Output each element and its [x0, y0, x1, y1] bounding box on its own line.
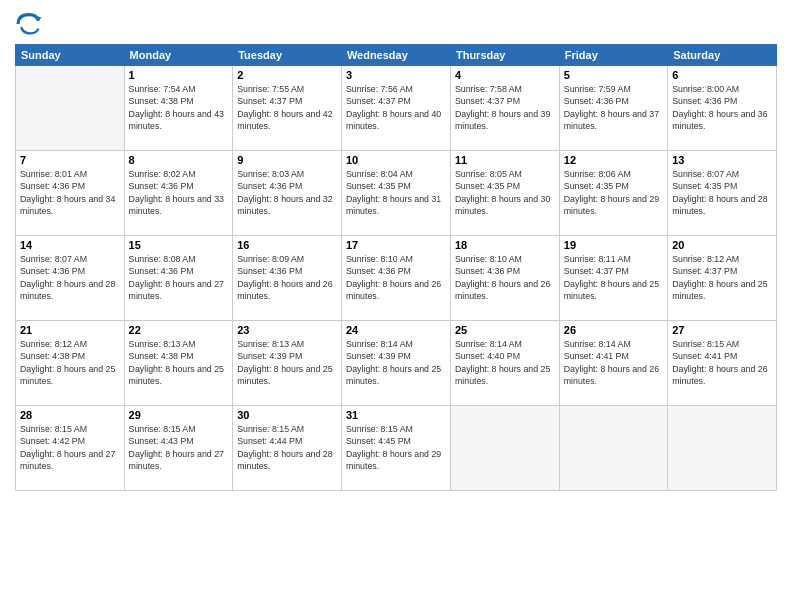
day-info: Sunrise: 7:55 AMSunset: 4:37 PMDaylight:… [237, 83, 337, 132]
logo-icon [15, 10, 43, 38]
day-cell: 19Sunrise: 8:11 AMSunset: 4:37 PMDayligh… [559, 236, 667, 321]
day-number: 19 [564, 239, 663, 251]
day-number: 1 [129, 69, 229, 81]
day-cell: 22Sunrise: 8:13 AMSunset: 4:38 PMDayligh… [124, 321, 233, 406]
day-info: Sunrise: 8:15 AMSunset: 4:41 PMDaylight:… [672, 338, 772, 387]
day-info: Sunrise: 8:15 AMSunset: 4:45 PMDaylight:… [346, 423, 446, 472]
logo [15, 10, 45, 38]
day-info: Sunrise: 8:13 AMSunset: 4:39 PMDaylight:… [237, 338, 337, 387]
day-cell: 30Sunrise: 8:15 AMSunset: 4:44 PMDayligh… [233, 406, 342, 491]
day-cell: 1Sunrise: 7:54 AMSunset: 4:38 PMDaylight… [124, 66, 233, 151]
day-number: 5 [564, 69, 663, 81]
day-cell: 8Sunrise: 8:02 AMSunset: 4:36 PMDaylight… [124, 151, 233, 236]
day-cell: 11Sunrise: 8:05 AMSunset: 4:35 PMDayligh… [450, 151, 559, 236]
day-number: 13 [672, 154, 772, 166]
day-info: Sunrise: 8:15 AMSunset: 4:44 PMDaylight:… [237, 423, 337, 472]
weekday-header-sunday: Sunday [16, 45, 125, 66]
weekday-header-tuesday: Tuesday [233, 45, 342, 66]
day-info: Sunrise: 8:07 AMSunset: 4:36 PMDaylight:… [20, 253, 120, 302]
day-cell: 20Sunrise: 8:12 AMSunset: 4:37 PMDayligh… [668, 236, 777, 321]
day-number: 11 [455, 154, 555, 166]
week-row-3: 14Sunrise: 8:07 AMSunset: 4:36 PMDayligh… [16, 236, 777, 321]
day-number: 24 [346, 324, 446, 336]
day-number: 2 [237, 69, 337, 81]
day-info: Sunrise: 8:10 AMSunset: 4:36 PMDaylight:… [346, 253, 446, 302]
day-info: Sunrise: 8:11 AMSunset: 4:37 PMDaylight:… [564, 253, 663, 302]
day-info: Sunrise: 8:14 AMSunset: 4:41 PMDaylight:… [564, 338, 663, 387]
day-info: Sunrise: 8:15 AMSunset: 4:43 PMDaylight:… [129, 423, 229, 472]
day-info: Sunrise: 8:05 AMSunset: 4:35 PMDaylight:… [455, 168, 555, 217]
day-cell: 14Sunrise: 8:07 AMSunset: 4:36 PMDayligh… [16, 236, 125, 321]
day-info: Sunrise: 8:09 AMSunset: 4:36 PMDaylight:… [237, 253, 337, 302]
day-number: 3 [346, 69, 446, 81]
day-cell: 16Sunrise: 8:09 AMSunset: 4:36 PMDayligh… [233, 236, 342, 321]
day-cell [668, 406, 777, 491]
day-number: 21 [20, 324, 120, 336]
day-cell: 25Sunrise: 8:14 AMSunset: 4:40 PMDayligh… [450, 321, 559, 406]
day-number: 23 [237, 324, 337, 336]
day-number: 10 [346, 154, 446, 166]
day-info: Sunrise: 8:12 AMSunset: 4:37 PMDaylight:… [672, 253, 772, 302]
day-cell: 4Sunrise: 7:58 AMSunset: 4:37 PMDaylight… [450, 66, 559, 151]
day-number: 28 [20, 409, 120, 421]
day-number: 16 [237, 239, 337, 251]
day-info: Sunrise: 8:00 AMSunset: 4:36 PMDaylight:… [672, 83, 772, 132]
day-info: Sunrise: 8:13 AMSunset: 4:38 PMDaylight:… [129, 338, 229, 387]
day-cell: 18Sunrise: 8:10 AMSunset: 4:36 PMDayligh… [450, 236, 559, 321]
day-cell: 21Sunrise: 8:12 AMSunset: 4:38 PMDayligh… [16, 321, 125, 406]
day-info: Sunrise: 8:12 AMSunset: 4:38 PMDaylight:… [20, 338, 120, 387]
day-cell: 12Sunrise: 8:06 AMSunset: 4:35 PMDayligh… [559, 151, 667, 236]
day-cell: 23Sunrise: 8:13 AMSunset: 4:39 PMDayligh… [233, 321, 342, 406]
weekday-header-saturday: Saturday [668, 45, 777, 66]
week-row-2: 7Sunrise: 8:01 AMSunset: 4:36 PMDaylight… [16, 151, 777, 236]
day-cell: 7Sunrise: 8:01 AMSunset: 4:36 PMDaylight… [16, 151, 125, 236]
calendar: SundayMondayTuesdayWednesdayThursdayFrid… [15, 44, 777, 491]
day-number: 29 [129, 409, 229, 421]
day-info: Sunrise: 7:54 AMSunset: 4:38 PMDaylight:… [129, 83, 229, 132]
day-number: 6 [672, 69, 772, 81]
day-number: 4 [455, 69, 555, 81]
day-info: Sunrise: 7:56 AMSunset: 4:37 PMDaylight:… [346, 83, 446, 132]
day-info: Sunrise: 8:04 AMSunset: 4:35 PMDaylight:… [346, 168, 446, 217]
day-cell: 6Sunrise: 8:00 AMSunset: 4:36 PMDaylight… [668, 66, 777, 151]
day-info: Sunrise: 8:14 AMSunset: 4:39 PMDaylight:… [346, 338, 446, 387]
day-number: 27 [672, 324, 772, 336]
day-info: Sunrise: 8:15 AMSunset: 4:42 PMDaylight:… [20, 423, 120, 472]
day-number: 18 [455, 239, 555, 251]
day-number: 30 [237, 409, 337, 421]
header [15, 10, 777, 38]
week-row-4: 21Sunrise: 8:12 AMSunset: 4:38 PMDayligh… [16, 321, 777, 406]
day-cell [450, 406, 559, 491]
day-number: 7 [20, 154, 120, 166]
day-cell: 24Sunrise: 8:14 AMSunset: 4:39 PMDayligh… [341, 321, 450, 406]
week-row-1: 1Sunrise: 7:54 AMSunset: 4:38 PMDaylight… [16, 66, 777, 151]
day-info: Sunrise: 8:07 AMSunset: 4:35 PMDaylight:… [672, 168, 772, 217]
day-cell: 29Sunrise: 8:15 AMSunset: 4:43 PMDayligh… [124, 406, 233, 491]
day-info: Sunrise: 7:58 AMSunset: 4:37 PMDaylight:… [455, 83, 555, 132]
day-cell: 13Sunrise: 8:07 AMSunset: 4:35 PMDayligh… [668, 151, 777, 236]
day-cell: 27Sunrise: 8:15 AMSunset: 4:41 PMDayligh… [668, 321, 777, 406]
day-cell: 17Sunrise: 8:10 AMSunset: 4:36 PMDayligh… [341, 236, 450, 321]
day-cell: 10Sunrise: 8:04 AMSunset: 4:35 PMDayligh… [341, 151, 450, 236]
day-cell: 3Sunrise: 7:56 AMSunset: 4:37 PMDaylight… [341, 66, 450, 151]
day-info: Sunrise: 8:10 AMSunset: 4:36 PMDaylight:… [455, 253, 555, 302]
day-cell [559, 406, 667, 491]
day-number: 20 [672, 239, 772, 251]
day-number: 26 [564, 324, 663, 336]
day-info: Sunrise: 7:59 AMSunset: 4:36 PMDaylight:… [564, 83, 663, 132]
day-number: 12 [564, 154, 663, 166]
day-number: 22 [129, 324, 229, 336]
day-cell: 28Sunrise: 8:15 AMSunset: 4:42 PMDayligh… [16, 406, 125, 491]
day-number: 14 [20, 239, 120, 251]
weekday-header-row: SundayMondayTuesdayWednesdayThursdayFrid… [16, 45, 777, 66]
day-info: Sunrise: 8:08 AMSunset: 4:36 PMDaylight:… [129, 253, 229, 302]
day-cell: 15Sunrise: 8:08 AMSunset: 4:36 PMDayligh… [124, 236, 233, 321]
day-info: Sunrise: 8:01 AMSunset: 4:36 PMDaylight:… [20, 168, 120, 217]
day-cell [16, 66, 125, 151]
day-info: Sunrise: 8:02 AMSunset: 4:36 PMDaylight:… [129, 168, 229, 217]
day-cell: 5Sunrise: 7:59 AMSunset: 4:36 PMDaylight… [559, 66, 667, 151]
day-number: 17 [346, 239, 446, 251]
day-info: Sunrise: 8:14 AMSunset: 4:40 PMDaylight:… [455, 338, 555, 387]
day-number: 25 [455, 324, 555, 336]
day-cell: 9Sunrise: 8:03 AMSunset: 4:36 PMDaylight… [233, 151, 342, 236]
